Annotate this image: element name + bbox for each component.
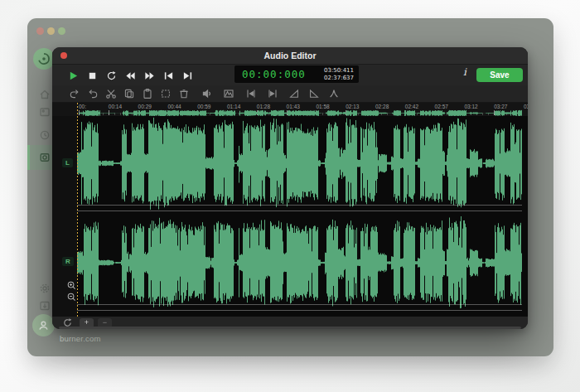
current-time: 00:00:000 xyxy=(234,68,324,80)
envelope-icon[interactable] xyxy=(223,88,234,99)
stop-button[interactable] xyxy=(85,69,99,82)
sidebar-item-downloads[interactable] xyxy=(38,299,51,312)
amplitude-gridline xyxy=(77,205,522,206)
ruler-label: 02:28 xyxy=(375,104,389,109)
ruler-label: 01:43 xyxy=(287,104,300,109)
duration-times: 03:50:411 02:37:637 xyxy=(324,67,359,82)
sidebar-item-home[interactable] xyxy=(38,88,51,101)
audio-recorder-icon xyxy=(38,151,51,164)
split-out-icon[interactable] xyxy=(267,88,278,99)
transport-bar: 00:00:000 03:50:411 02:37:637 i Save xyxy=(52,65,528,85)
waveform-panel[interactable]: L R xyxy=(52,116,528,317)
copy-icon[interactable] xyxy=(123,88,135,99)
skip-start-button[interactable] xyxy=(162,69,175,82)
volume-icon[interactable] xyxy=(201,88,213,99)
amplitude-gridline xyxy=(77,310,522,311)
total-time: 03:50:411 xyxy=(324,67,354,74)
ruler-label: 00:59 xyxy=(197,104,210,109)
fade-in-icon[interactable] xyxy=(288,88,300,99)
curve-icon[interactable] xyxy=(328,88,340,99)
title-bar[interactable]: Audio Editor xyxy=(52,47,528,65)
ruler-label: 03:42 xyxy=(524,104,528,109)
sidebar-item-history[interactable] xyxy=(38,128,51,142)
ruler-label: 01:28 xyxy=(257,104,270,109)
split-in-icon[interactable] xyxy=(245,88,257,99)
delete-icon[interactable] xyxy=(178,88,190,99)
paste-icon[interactable] xyxy=(142,88,153,99)
bg-close-button[interactable] xyxy=(36,27,44,35)
scrollbar-thumb[interactable] xyxy=(59,327,521,329)
ruler-label: 02:13 xyxy=(346,104,359,109)
zoom-out-icon[interactable] xyxy=(66,292,77,302)
ruler-label: 01:58 xyxy=(316,104,329,109)
ruler-label: 00:29 xyxy=(138,104,152,109)
fast-forward-button[interactable] xyxy=(143,69,156,82)
selection-icon[interactable] xyxy=(160,88,172,99)
right-channel-label: R xyxy=(62,257,74,266)
ruler-label: 00:44 xyxy=(167,104,181,109)
ruler-label: 03:27 xyxy=(494,104,507,109)
remaining-time: 02:37:637 xyxy=(324,75,354,81)
bg-zoom-button[interactable] xyxy=(58,27,65,35)
rewind-button[interactable] xyxy=(123,69,137,82)
skip-end-button[interactable] xyxy=(181,69,194,82)
ruler-label: 02:57 xyxy=(435,104,448,109)
horizontal-scrollbar[interactable] xyxy=(59,327,521,329)
fade-out-icon[interactable] xyxy=(308,88,320,99)
edit-toolbar xyxy=(52,85,528,103)
redo-icon[interactable] xyxy=(87,88,99,99)
stereo-waveform[interactable] xyxy=(77,116,522,317)
play-button[interactable] xyxy=(66,69,80,82)
active-item-accent-bar xyxy=(27,145,30,170)
loop-button[interactable] xyxy=(104,69,118,82)
ruler-label: 00:14 xyxy=(109,104,122,109)
amplitude-gridline xyxy=(77,304,522,305)
playhead-cursor[interactable] xyxy=(77,103,78,317)
sidebar-item-settings[interactable] xyxy=(38,282,51,295)
ruler-label: 02:42 xyxy=(405,104,418,109)
save-button[interactable]: Save xyxy=(476,68,523,82)
bg-minimize-button[interactable] xyxy=(47,27,55,35)
left-channel-label: L xyxy=(62,158,73,167)
info-button[interactable]: i xyxy=(459,66,471,81)
cut-icon[interactable] xyxy=(105,88,117,99)
channel-gutter: L R xyxy=(52,116,78,317)
account-name: burner.com xyxy=(60,334,101,343)
amplitude-gridline xyxy=(77,211,522,211)
ruler-label: 00: xyxy=(79,104,86,109)
audio-editor-window: Audio Editor 00:00:000 03:50:411 02:37: xyxy=(52,47,528,329)
account-avatar[interactable] xyxy=(32,314,55,336)
sidebar-item-media[interactable] xyxy=(38,105,51,119)
ruler-label: 03:12 xyxy=(464,104,477,109)
window-title: Audio Editor xyxy=(52,51,528,60)
ruler-label: 01:14 xyxy=(227,104,240,109)
time-display: 00:00:000 03:50:411 02:37:637 xyxy=(234,65,359,83)
undo-icon[interactable] xyxy=(69,88,80,99)
zoom-in-icon[interactable] xyxy=(66,280,77,291)
